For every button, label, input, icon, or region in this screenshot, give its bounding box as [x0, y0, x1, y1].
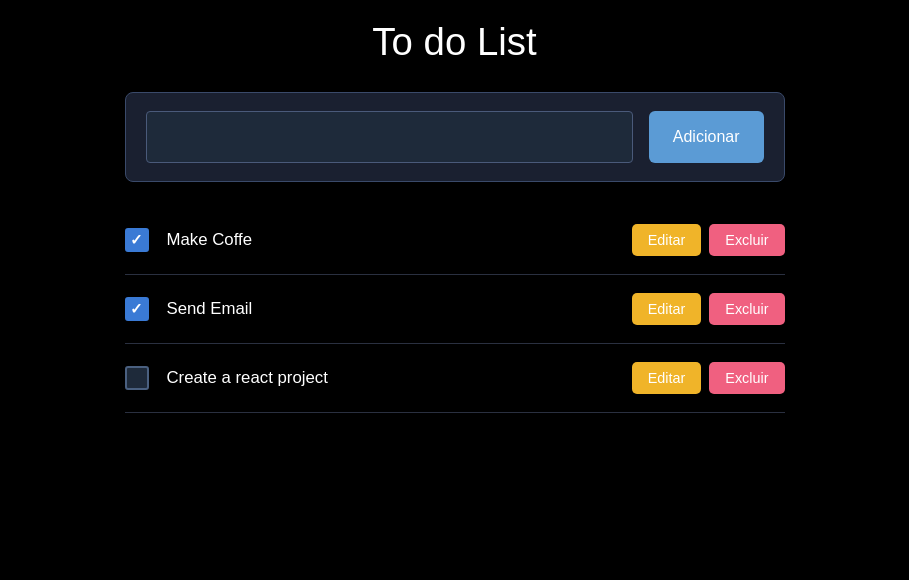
edit-button-1[interactable]: Editar [632, 224, 702, 256]
input-container: Adicionar [125, 92, 785, 182]
todo-item: Send EmailEditarExcluir [125, 275, 785, 344]
task-label-2: Send Email [167, 299, 632, 319]
todo-list: Make CoffeEditarExcluirSend EmailEditarE… [125, 206, 785, 413]
task-input[interactable] [146, 111, 633, 163]
task-actions-2: EditarExcluir [632, 293, 785, 325]
edit-button-3[interactable]: Editar [632, 362, 702, 394]
task-label-3: Create a react project [167, 368, 632, 388]
task-checkbox-2[interactable] [125, 297, 149, 321]
edit-button-2[interactable]: Editar [632, 293, 702, 325]
delete-button-2[interactable]: Excluir [709, 293, 784, 325]
page-title: To do List [372, 20, 536, 64]
task-checkbox-1[interactable] [125, 228, 149, 252]
add-button[interactable]: Adicionar [649, 111, 764, 163]
task-actions-1: EditarExcluir [632, 224, 785, 256]
delete-button-1[interactable]: Excluir [709, 224, 784, 256]
task-label-1: Make Coffe [167, 230, 632, 250]
task-checkbox-3[interactable] [125, 366, 149, 390]
task-actions-3: EditarExcluir [632, 362, 785, 394]
todo-item: Create a react projectEditarExcluir [125, 344, 785, 413]
delete-button-3[interactable]: Excluir [709, 362, 784, 394]
todo-item: Make CoffeEditarExcluir [125, 206, 785, 275]
